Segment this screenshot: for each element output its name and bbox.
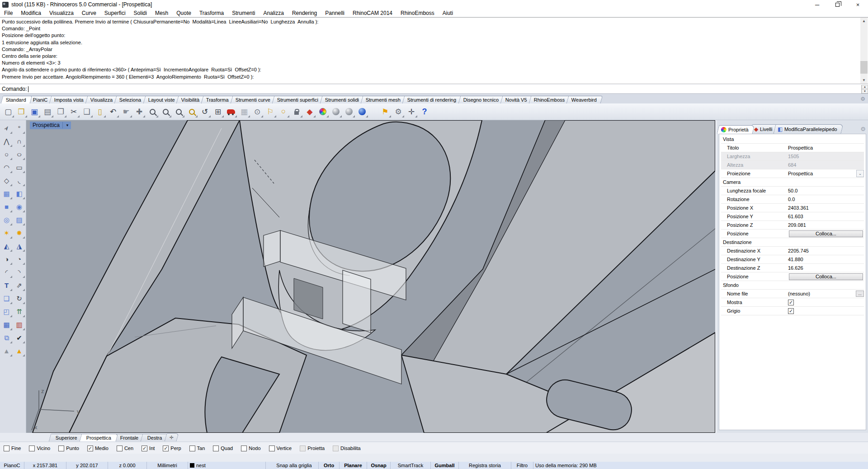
zoom-extents-button[interactable] — [185, 105, 198, 118]
array-button[interactable]: ▦ — [0, 318, 13, 331]
construction-shapes-button[interactable]: ⚐ — [264, 105, 277, 118]
colloca-button[interactable]: Colloca... — [789, 230, 863, 237]
zoom-dynamic-button[interactable] — [146, 105, 159, 118]
browse-button[interactable]: ... — [856, 291, 864, 297]
box-button[interactable]: ■ — [0, 200, 13, 213]
property-value[interactable]: 50.0 — [788, 187, 864, 195]
status-pane-snap-alla-griglia[interactable]: Snap alla griglia — [270, 462, 319, 469]
save-button[interactable]: ▣ — [28, 105, 41, 118]
fillet-edge-button[interactable]: ◜ — [0, 266, 13, 279]
circle-center-button[interactable]: ⊙ — [251, 105, 264, 118]
menu-item-strumenti[interactable]: Strumenti — [228, 9, 259, 17]
tabbar-gear-icon[interactable]: ⚙ — [860, 96, 865, 102]
status-pane-osnap[interactable]: Osnap — [367, 462, 391, 469]
circle-button[interactable]: ○ — [0, 148, 13, 161]
menu-item-analizza[interactable]: Analizza — [259, 9, 288, 17]
viewport-tab-superiore[interactable]: Superiore — [49, 434, 85, 441]
status-pane-smarttrack[interactable]: SmartTrack — [391, 462, 431, 469]
menu-item-curve[interactable]: Curve — [78, 9, 100, 17]
toolbar-tab-visualizza[interactable]: Visualizza — [85, 96, 118, 103]
osnap-checkbox-medio[interactable]: ✓ — [87, 446, 93, 451]
help-button[interactable]: ? — [418, 105, 431, 118]
color-wheel-button[interactable] — [316, 105, 329, 118]
property-value[interactable]: 16.626 — [788, 264, 864, 272]
scroll-up-icon[interactable]: ▲ — [860, 18, 868, 24]
scroll-down-icon[interactable]: ▼ — [860, 77, 868, 84]
status-pane-filtro[interactable]: Filtro — [511, 462, 533, 469]
command-history-scrollbar[interactable]: ▲ ▼ — [860, 18, 868, 84]
toolbar-tab-strumenti-curve[interactable]: Strumenti curve — [231, 96, 277, 103]
undo-button[interactable]: ↶ — [107, 105, 119, 118]
property-value[interactable]: (nessuno)... — [788, 290, 864, 298]
patch-button[interactable]: ▨ — [13, 213, 26, 226]
checkbox-mostra[interactable]: ✓ — [788, 300, 794, 305]
osnap-checkbox-int[interactable]: ✓ — [142, 446, 147, 451]
text-button[interactable]: T — [0, 279, 13, 292]
toolbar-tab-standard[interactable]: Standard — [1, 96, 33, 103]
polygon-button[interactable]: ◇ — [0, 174, 13, 187]
status-pane-pianoc[interactable]: PianoC — [0, 462, 24, 469]
osnap-quad[interactable]: Quad — [213, 446, 233, 451]
status-pane-planare[interactable]: Planare — [340, 462, 367, 469]
osnap-checkbox-perp[interactable]: ✓ — [163, 446, 169, 451]
dimension-button[interactable]: ✛ — [405, 105, 418, 118]
add-viewport-tab-button[interactable]: ✛ — [164, 433, 179, 441]
close-button[interactable]: × — [848, 0, 868, 9]
scroll-thumb[interactable] — [860, 61, 868, 74]
status-pane-millimetri[interactable]: Millimetri — [147, 462, 188, 469]
osnap-checkbox-vicino[interactable] — [29, 446, 35, 451]
print-button[interactable]: ▤ — [41, 105, 54, 118]
toolbar-tab-layout-viste[interactable]: Layout viste — [143, 96, 181, 103]
copy-button[interactable]: ❑ — [80, 105, 93, 118]
menu-item-aiuti[interactable]: Aiuti — [439, 9, 457, 17]
render-car-button[interactable] — [225, 105, 237, 118]
status-pane-orto[interactable]: Orto — [319, 462, 340, 469]
menu-item-quote[interactable]: Quote — [172, 9, 195, 17]
lightbulb-button[interactable]: ○ — [277, 105, 290, 118]
menu-item-rhinoemboss[interactable]: RhinoEmboss — [396, 9, 439, 17]
shaded-sphere-button[interactable] — [330, 105, 342, 118]
osnap-vicino[interactable]: Vicino — [29, 446, 50, 451]
rectangle-button[interactable]: ▭ — [13, 161, 26, 174]
torus-button[interactable]: ◎ — [0, 213, 13, 226]
status-pane-gumball[interactable]: Gumball — [431, 462, 459, 469]
property-value[interactable]: Colloca... — [788, 272, 864, 281]
property-value[interactable]: 61.603 — [788, 212, 864, 220]
sphere-button[interactable]: ◉ — [13, 200, 26, 213]
property-value[interactable]: 41.880 — [788, 255, 864, 263]
menu-item-mesh[interactable]: Mesh — [151, 9, 172, 17]
rotate-button[interactable]: ↻ — [13, 292, 26, 305]
osnap-medio[interactable]: ✓Medio — [87, 446, 108, 451]
four-viewports-button[interactable]: ⊞ — [212, 105, 224, 118]
flag-button[interactable]: ⚑ — [379, 105, 392, 118]
command-prompt[interactable]: Comando: ▲▼ — [0, 84, 868, 94]
osnap-checkbox-quad[interactable] — [213, 446, 219, 451]
select-cursor-button[interactable]: ➢ — [0, 122, 13, 135]
viewport-prospettica[interactable]: z y x Prospettica ▼ — [26, 120, 715, 433]
osnap-disabilita[interactable]: Disabilita — [333, 446, 361, 451]
point-button[interactable]: ° — [13, 122, 26, 135]
osnap-cen[interactable]: Cen — [117, 446, 133, 451]
toolbar-tab-disegno-tecnico[interactable]: Disegno tecnico — [458, 96, 505, 103]
panel-tab-proprietà[interactable]: Proprietà — [717, 125, 755, 134]
copy-page-button[interactable]: ❐ — [54, 105, 67, 118]
boolean-union-button[interactable]: ◑ — [0, 253, 13, 266]
new-document-button[interactable]: ▢ — [2, 105, 14, 118]
chevron-down-icon[interactable]: ▼ — [66, 123, 69, 127]
property-value[interactable]: Prospettica — [788, 144, 864, 152]
osnap-nodo[interactable]: Nodo — [241, 446, 260, 451]
lock-button[interactable] — [290, 105, 303, 118]
cone-button[interactable]: ▲ — [0, 344, 13, 357]
rendered-sphere-button[interactable] — [356, 105, 368, 118]
srf-control-points-button[interactable]: ▦ — [0, 187, 13, 200]
check-button[interactable]: ✔ — [13, 331, 26, 344]
checkbox-grigio[interactable]: ✓ — [788, 308, 794, 314]
osnap-punto[interactable]: Punto — [58, 446, 79, 451]
property-value[interactable]: 2205.745 — [788, 247, 864, 255]
panel-gear-icon[interactable]: ⚙ — [860, 126, 866, 132]
mirror-button[interactable]: ⧉ — [0, 331, 13, 344]
menu-item-pannelli[interactable]: Pannelli — [321, 9, 349, 17]
restore-button[interactable] — [827, 0, 848, 9]
paste-button[interactable]: ▯ — [94, 105, 106, 118]
toolbar-tab-strumenti-solidi[interactable]: Strumenti solidi — [320, 96, 365, 103]
